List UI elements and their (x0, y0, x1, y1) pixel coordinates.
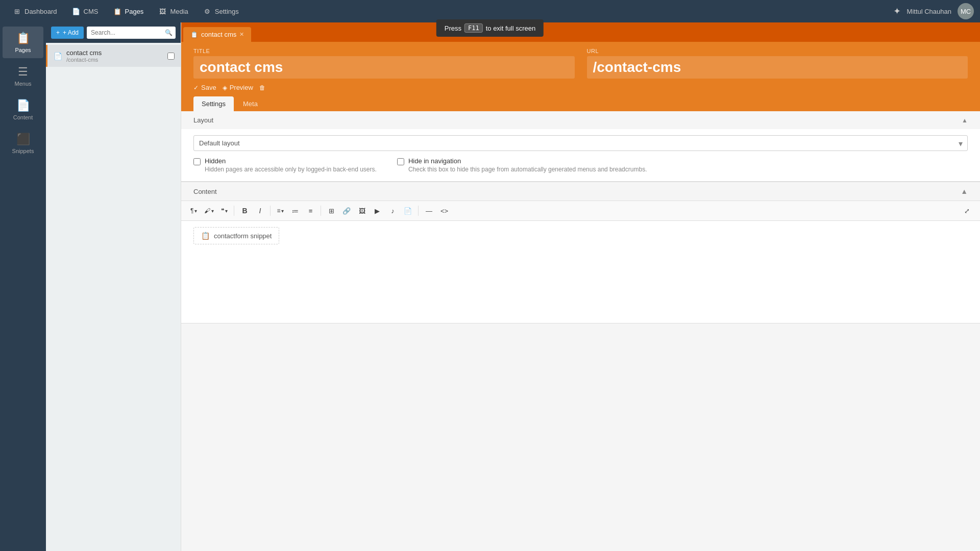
sidebar-item-snippets[interactable]: ⬛ Snippets (3, 128, 43, 159)
nav-cms-label: CMS (84, 8, 99, 15)
sidebar-item-menus[interactable]: ☰ Menus (3, 60, 43, 92)
sidebar-content-label: Content (13, 114, 33, 120)
tab-meta[interactable]: Meta (235, 96, 266, 111)
quote-icon: ❝ (221, 207, 224, 214)
nav-pages[interactable]: 📋 Pages (107, 4, 150, 19)
avatar[interactable]: MC (958, 3, 974, 19)
layout-section-toggle: ▲ (962, 117, 968, 124)
hide-nav-checkbox[interactable] (397, 158, 404, 165)
sidebar-menus-icon: ☰ (18, 65, 28, 79)
hidden-desc: Hidden pages are accessible only by logg… (205, 166, 377, 173)
add-page-button[interactable]: + + Add (51, 27, 84, 39)
video-icon: ▶ (375, 207, 380, 215)
expand-btn[interactable]: ⤢ (960, 204, 974, 217)
tab-bar: 📋 contact cms ✕ (181, 22, 980, 42)
page-item-name: contact cms (66, 49, 163, 57)
sidebar-pages-label: Pages (15, 47, 31, 53)
page-editor-header: TITLE URL ✓ Save ◈ Preview 🗑 (181, 42, 980, 96)
search-input[interactable] (87, 27, 176, 39)
tab-close-button[interactable]: ✕ (239, 31, 244, 38)
sidebar-item-pages[interactable]: 📋 Pages (3, 27, 43, 58)
video-btn[interactable]: ▶ (370, 204, 384, 217)
nav-settings[interactable]: ⚙ Settings (197, 4, 245, 19)
preview-button[interactable]: ◈ Preview (223, 84, 253, 91)
fullscreen-prefix: Press (445, 24, 461, 32)
snippet-label: contactform snippet (214, 232, 272, 240)
save-label: Save (201, 84, 216, 91)
content-expand-icon[interactable]: ▲ (961, 187, 968, 195)
preview-label: Preview (230, 84, 253, 91)
media-icon: 🖼 (158, 7, 167, 16)
brush-dropdown-arrow: ▾ (211, 208, 214, 214)
search-box: 🔍 (87, 27, 176, 39)
tab-contact-cms[interactable]: 📋 contact cms ✕ (183, 27, 251, 42)
bold-icon: B (242, 207, 247, 215)
save-icon: ✓ (193, 84, 199, 91)
title-field-group: TITLE (193, 48, 575, 79)
hide-nav-desc: Check this box to hide this page from au… (408, 166, 647, 173)
paragraph-btn[interactable]: ¶ ▾ (187, 204, 200, 217)
url-field-group: URL (587, 48, 968, 79)
align-btn[interactable]: ≡ ▾ (274, 204, 287, 217)
checkbox-row: Hidden Hidden pages are accessible only … (193, 157, 968, 173)
search-icon[interactable]: 🔍 (165, 29, 173, 36)
image-btn[interactable]: 🖼 (355, 204, 369, 217)
ordered-list-icon: ≔ (292, 207, 299, 215)
table-btn[interactable]: ⊞ (324, 204, 338, 217)
add-icon: + (56, 29, 60, 36)
editor-content-area[interactable]: 📋 contactform snippet (181, 221, 980, 323)
cms-icon: 📄 (71, 7, 81, 16)
toolbar-divider-4 (418, 206, 419, 216)
snippet-icon: 📋 (201, 232, 210, 240)
nav-dashboard[interactable]: ⊞ Dashboard (6, 4, 63, 19)
settings-nav-icon: ⚙ (203, 7, 212, 16)
delete-button[interactable]: 🗑 (259, 84, 265, 91)
content-section-header[interactable]: Content ▲ (181, 182, 980, 201)
page-item-checkbox[interactable] (167, 53, 175, 60)
paragraph-icon: ¶ (190, 207, 193, 214)
bold-btn[interactable]: B (237, 204, 252, 217)
paragraph-dropdown-arrow: ▾ (194, 208, 197, 214)
preview-icon: ◈ (223, 84, 227, 91)
align-icon: ≡ (277, 207, 280, 214)
page-list-item[interactable]: 📄 contact cms /contact-cms (46, 45, 181, 67)
settings-tab-label: Settings (202, 100, 226, 108)
content-section-label: Content (193, 188, 217, 195)
file-btn[interactable]: 📄 (401, 204, 415, 217)
toolbar-divider-3 (321, 206, 321, 216)
key-badge: F11 (464, 23, 483, 33)
sidebar-item-content[interactable]: 📄 Content (3, 94, 43, 126)
layout-section: Layout ▲ Default layout Full width Sideb… (181, 111, 980, 182)
file-icon: 📄 (404, 207, 412, 215)
main-content: 📋 contact cms ✕ TITLE URL ✓ Save (181, 22, 980, 551)
hidden-label: Hidden (205, 157, 377, 165)
nav-settings-label: Settings (215, 8, 239, 15)
url-input[interactable] (587, 56, 968, 79)
title-input[interactable] (193, 56, 575, 79)
hr-icon: — (426, 207, 432, 215)
save-button[interactable]: ✓ Save (193, 84, 216, 91)
tab-settings[interactable]: Settings (193, 96, 234, 111)
layout-section-header[interactable]: Layout ▲ (181, 111, 980, 129)
meta-tab-label: Meta (243, 100, 258, 108)
ordered-list-btn[interactable]: ≔ (288, 204, 302, 217)
nav-media[interactable]: 🖼 Media (152, 4, 194, 19)
snippet-block[interactable]: 📋 contactform snippet (193, 227, 279, 244)
code-btn[interactable]: <> (437, 204, 451, 217)
unordered-list-btn[interactable]: ≡ (303, 204, 317, 217)
layout-select[interactable]: Default layout Full width Sidebar (193, 135, 968, 151)
hidden-checkbox[interactable] (193, 158, 201, 165)
layout-settings-body: Default layout Full width Sidebar Hidden… (181, 129, 980, 181)
fullscreen-suffix: to exit full screen (486, 24, 536, 32)
link-btn[interactable]: 🔗 (339, 204, 354, 217)
nav-cms[interactable]: 📄 CMS (65, 4, 105, 19)
toolbar-divider-2 (270, 206, 271, 216)
fullscreen-tooltip: Press F11 to exit full screen (436, 19, 544, 37)
quote-btn[interactable]: ❝ ▾ (218, 204, 231, 217)
hr-btn[interactable]: — (422, 204, 436, 217)
dashboard-icon: ⊞ (12, 7, 21, 16)
italic-btn[interactable]: I (253, 204, 267, 217)
brush-btn[interactable]: 🖌 ▾ (201, 204, 217, 217)
pages-panel-header: + + Add 🔍 (46, 22, 181, 43)
audio-btn[interactable]: ♪ (385, 204, 400, 217)
